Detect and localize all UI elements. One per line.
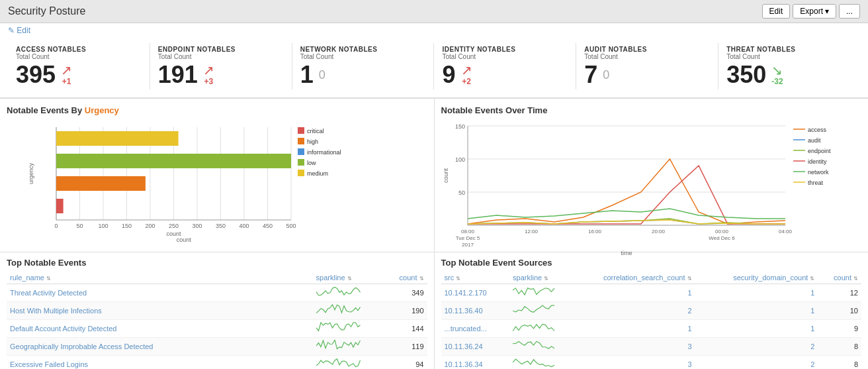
edit-button[interactable]: Edit xyxy=(762,4,791,19)
svg-text:informational: informational xyxy=(307,149,341,156)
card-count: 9 xyxy=(442,63,455,87)
delta-value: -32 xyxy=(771,77,783,86)
corr-count-cell: 1 xyxy=(562,284,695,302)
src-cell[interactable]: 10.11.36.34 xyxy=(441,356,510,370)
urgency-link[interactable]: Urgency xyxy=(85,105,119,115)
arrow-up-icon: ↗ xyxy=(61,64,72,77)
card-value-row: 1 0 xyxy=(300,63,426,87)
rule-name-cell[interactable]: Geographically Improbable Access Detecte… xyxy=(7,338,313,356)
table-header-row: src ⇅ sparkline ⇅ correlation_search_cou… xyxy=(441,272,862,284)
count-cell2: 8 xyxy=(818,338,861,356)
card-value-row: 191 ↗ +3 xyxy=(158,63,284,87)
top-bar-buttons: Edit Export ▾ ... xyxy=(762,4,860,19)
col-count2: count ⇅ xyxy=(818,272,861,284)
sparkline-svg xyxy=(316,340,363,352)
count-cell: 94 xyxy=(366,356,427,370)
line-chart-title: Notable Events Over Time xyxy=(441,105,862,115)
corr-link[interactable]: 3 xyxy=(687,360,691,368)
sparkline-svg2 xyxy=(513,340,559,352)
sparkline-svg2 xyxy=(513,286,559,298)
svg-text:endpoint: endpoint xyxy=(808,148,831,154)
sort-icon: ⇅ xyxy=(544,276,548,282)
delta-value: +3 xyxy=(204,77,214,86)
sort-icon: ⇅ xyxy=(347,276,352,282)
svg-text:400: 400 xyxy=(239,223,249,229)
rule-name-cell[interactable]: Excessive Failed Logins xyxy=(7,356,313,370)
svg-text:150: 150 xyxy=(455,123,464,130)
corr-link[interactable]: 2 xyxy=(687,307,691,315)
svg-text:threat: threat xyxy=(808,180,824,186)
svg-rect-26 xyxy=(56,154,291,168)
delta-value: +2 xyxy=(462,77,471,86)
src-cell[interactable]: 10.11.36.24 xyxy=(441,338,510,356)
sparkline-cell xyxy=(313,320,366,338)
sparkline-svg xyxy=(316,304,363,316)
card-count: 191 xyxy=(158,63,198,87)
delta-endpoint: ↗ +3 xyxy=(203,64,214,86)
card-title: AUDIT NOTABLES xyxy=(584,46,710,53)
notables-row: ACCESS NOTABLES Total Count 395 ↗ +1 END… xyxy=(0,38,868,98)
svg-rect-28 xyxy=(56,199,64,213)
sec-count-cell: 1 xyxy=(695,320,818,338)
notable-card-threat: THREAT NOTABLES Total Count 350 ↘ -32 xyxy=(718,43,860,89)
count-cell2: 8 xyxy=(818,356,861,370)
svg-text:00:00: 00:00 xyxy=(715,229,728,235)
card-title: IDENTITY NOTABLES xyxy=(442,46,568,53)
svg-text:Tue Dec 5: Tue Dec 5 xyxy=(455,235,480,241)
table-row: Default Account Activity Detected 144 xyxy=(7,320,427,338)
sparkline-svg xyxy=(316,286,363,298)
card-sub: Total Count xyxy=(442,53,568,60)
sec-link[interactable]: 1 xyxy=(810,325,814,333)
card-value-row: 350 ↘ -32 xyxy=(726,63,852,87)
sec-link[interactable]: 2 xyxy=(810,360,814,368)
sparkline-svg2 xyxy=(513,358,559,369)
sec-link[interactable]: 1 xyxy=(810,307,814,315)
count-cell2: 10 xyxy=(818,302,861,320)
sec-link[interactable]: 1 xyxy=(810,289,814,297)
svg-text:350: 350 xyxy=(216,223,226,229)
arrow-up-icon: ↗ xyxy=(203,64,214,77)
sparkline-cell2 xyxy=(509,338,562,356)
sec-count-cell: 1 xyxy=(695,302,818,320)
card-title: NETWORK NOTABLES xyxy=(300,46,426,53)
svg-text:critical: critical xyxy=(307,128,324,134)
src-cell[interactable]: ...truncated... xyxy=(441,320,510,338)
corr-link[interactable]: 1 xyxy=(687,325,691,333)
export-button[interactable]: Export ▾ xyxy=(793,4,836,19)
src-cell[interactable]: 10.141.2.170 xyxy=(441,284,510,302)
svg-text:time: time xyxy=(621,250,632,256)
table-row: 10.141.2.170 1 1 12 xyxy=(441,284,862,302)
svg-text:network: network xyxy=(808,169,829,176)
card-sub: Total Count xyxy=(584,53,710,60)
rule-name-cell[interactable]: Host With Multiple Infections xyxy=(7,302,313,320)
notable-card-identity: IDENTITY NOTABLES Total Count 9 ↗ +2 xyxy=(434,43,576,89)
corr-link[interactable]: 1 xyxy=(687,289,691,297)
sort-icon: ⇅ xyxy=(456,276,460,282)
card-sub: Total Count xyxy=(158,53,284,60)
svg-text:08:00: 08:00 xyxy=(460,229,474,235)
notable-card-audit: AUDIT NOTABLES Total Count 7 0 xyxy=(576,43,718,89)
more-options-button[interactable]: ... xyxy=(839,4,860,19)
sparkline-cell2 xyxy=(509,356,562,370)
sort-icon: ⇅ xyxy=(46,276,51,282)
svg-rect-33 xyxy=(298,148,304,155)
corr-link[interactable]: 3 xyxy=(687,343,691,350)
svg-text:50: 50 xyxy=(458,189,464,196)
card-value-row: 395 ↗ +1 xyxy=(16,63,142,87)
table-row: Host With Multiple Infections 190 xyxy=(7,302,427,320)
rule-name-cell[interactable]: Threat Activity Detected xyxy=(7,284,313,302)
card-value-row: 7 0 xyxy=(584,63,710,87)
table-header-row: rule_name ⇅ sparkline ⇅ count ⇅ xyxy=(7,272,427,284)
svg-text:16:00: 16:00 xyxy=(587,229,601,235)
src-cell[interactable]: 10.11.36.40 xyxy=(441,302,510,320)
bar-x-label: count xyxy=(26,237,341,243)
rule-name-cell[interactable]: Default Account Activity Detected xyxy=(7,320,313,338)
sparkline-cell xyxy=(313,338,366,356)
svg-text:identity: identity xyxy=(808,158,827,165)
notable-card-access: ACCESS NOTABLES Total Count 395 ↗ +1 xyxy=(8,43,150,89)
card-count: 7 xyxy=(584,63,597,87)
edit-link[interactable]: ✎ Edit xyxy=(0,23,38,38)
sec-link[interactable]: 2 xyxy=(810,343,814,350)
svg-text:300: 300 xyxy=(192,223,202,229)
card-count: 395 xyxy=(16,63,56,87)
